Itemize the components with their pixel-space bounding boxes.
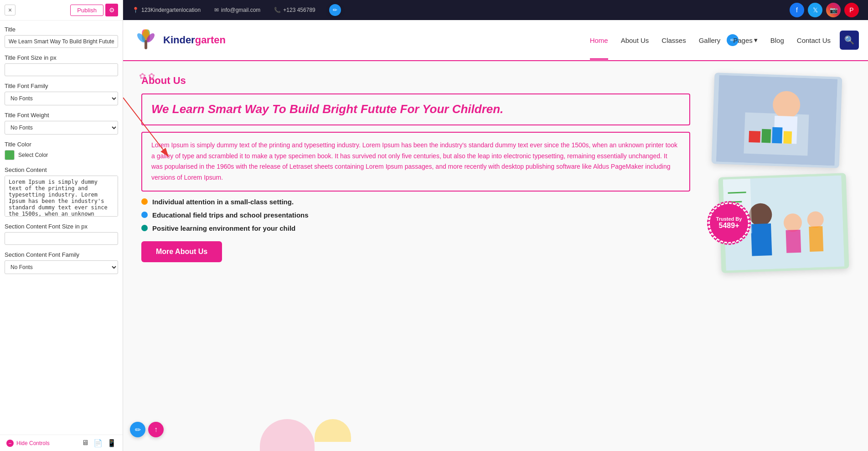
section-label: About Us [141,75,690,87]
content-box: Lorem Ipsum is simply dummy text of the … [141,132,690,192]
svg-rect-5 [145,40,147,49]
nav-home[interactable]: Home [590,36,608,44]
about-title: We Learn Smart Way To Build Bright Futut… [151,102,680,117]
mobile-icon[interactable]: 📱 [107,439,116,447]
section-content-font-size-input[interactable] [5,232,118,245]
facebook-icon[interactable]: f [790,3,804,17]
section-content-font-size-label: Section Content Font Size in px [5,223,118,230]
phone-item: 📞 +123 456789 [274,7,315,13]
title-font-family-label: Title Font Family [5,83,118,89]
section-content-font-size-group: Section Content Font Size in px [5,223,118,245]
hide-controls-label: Hide Controls [16,440,50,446]
hide-controls-button[interactable]: – Hide Controls [6,440,50,447]
title-font-weight-select[interactable]: No Fonts [5,121,118,135]
bullet-dot-orange [141,198,148,205]
email-text: info@gmail.com [221,7,260,13]
nav-classes[interactable]: Classes [661,36,686,44]
title-font-size-group: Title Font Size in px [5,54,118,76]
title-color-label: Title Color [5,141,118,148]
chevron-down-icon: ▾ [754,36,758,44]
logo-icon [132,26,160,54]
svg-rect-17 [751,223,772,256]
svg-line-24 [728,202,742,202]
svg-rect-10 [749,131,760,143]
nav-contact-us[interactable]: Contact Us [797,36,831,44]
svg-rect-12 [772,127,782,144]
publish-button[interactable]: Publish [70,5,103,16]
title-font-weight-group: Title Font Weight No Fonts [5,112,118,135]
color-swatch[interactable] [5,150,15,160]
hide-controls-icon: – [6,440,14,447]
svg-rect-19 [786,230,801,253]
title-input[interactable] [5,35,118,48]
trusted-badge: Trusted By 5489+ [708,202,749,244]
bullet-dot-blue [141,212,148,218]
title-font-family-select[interactable]: No Fonts [5,92,118,105]
instagram-icon[interactable]: 📷 [826,3,841,17]
panel-body: Title Title Font Size in px Title Font F… [0,21,123,313]
nav-about-us[interactable]: About Us [621,36,649,44]
email-item: ✉ info@gmail.com [214,7,260,13]
select-color-label[interactable]: Select Color [18,152,48,158]
svg-rect-11 [761,129,771,143]
more-about-us-button[interactable]: More About Us [141,241,222,262]
close-button[interactable]: × [5,5,16,16]
logo-area: Kindergarten [132,26,226,54]
section-content-group: Section Content Lorem Ipsum is simply du… [5,166,118,217]
edit-phone-button[interactable]: ✏ [329,4,341,16]
title-label: Title [5,26,118,33]
phone-text: +123 456789 [283,7,315,13]
desktop-icon[interactable]: 🖥 [82,439,89,447]
list-item: Educational field trips and school prese… [141,211,690,219]
title-font-weight-label: Title Font Weight [5,112,118,119]
nav-links: Home About Us Classes Gallery ✏ Pages ▾ … [590,36,831,44]
deco-pink [260,419,315,451]
float-edit-2-button[interactable]: ↑ [148,422,164,437]
trusted-count: 5489+ [719,222,739,230]
tablet-icon[interactable]: 📄 [93,439,103,447]
deco-yellow [315,419,351,442]
title-field-group: Title [5,26,118,48]
child-image [712,73,842,168]
about-left: ✿ ✿ About Us We Learn Smart Way To Build… [141,75,690,262]
bullet-text-1: Individual attention in a small-class se… [152,198,294,206]
nav-pages[interactable]: Pages ▾ [733,36,758,44]
panel-footer: – Hide Controls 🖥 📄 📱 [0,435,123,451]
bullet-text-3: Positive learning environment for your c… [152,224,295,232]
about-section: ✿ ✿ About Us We Learn Smart Way To Build… [141,75,850,271]
svg-rect-21 [809,226,823,252]
pinterest-icon[interactable]: P [844,3,859,17]
bottom-decoration [260,419,351,451]
logo-garten: garten [195,34,226,46]
title-font-size-label: Title Font Size in px [5,54,118,61]
section-content-textarea[interactable]: Lorem Ipsum is simply dummy text of the … [5,176,118,217]
title-box: We Learn Smart Way To Build Bright Futut… [141,93,690,125]
left-panel: × Publish ⚙ Title Title Font Size in px … [0,0,123,451]
device-icons: 🖥 📄 📱 [82,439,116,447]
location-icon: 📍 [132,7,139,13]
section-content-font-family-select[interactable]: No Fonts [5,260,118,274]
top-bar: 📍 123Kindergartenlocation ✉ info@gmail.c… [123,0,868,20]
about-right: Trusted By 5489+ [704,75,850,271]
bullet-list: Individual attention in a small-class se… [141,198,690,232]
twitter-icon[interactable]: 𝕏 [808,3,822,17]
color-row: Select Color [5,150,118,160]
logo-text: Kindergarten [163,34,226,46]
nav-bar: Kindergarten Home About Us Classes Galle… [123,20,868,61]
title-font-size-input[interactable] [5,63,118,76]
main-content: ✿ ✿ About Us We Learn Smart Way To Build… [123,61,868,451]
gear-button[interactable]: ⚙ [105,4,118,16]
float-edit-1-button[interactable]: ✏ [130,422,145,437]
nav-blog[interactable]: Blog [770,36,784,44]
section-content-font-family-group: Section Content Font Family No Fonts [5,251,118,274]
search-nav-button[interactable]: 🔍 [840,31,859,50]
svg-rect-13 [783,131,792,144]
nav-gallery[interactable]: Gallery ✏ [699,36,721,44]
location-item: 📍 123Kindergartenlocation [132,7,201,13]
about-content-text: Lorem Ipsum is simply dummy text of the … [151,140,680,183]
svg-line-23 [728,192,746,193]
bullet-dot-teal [141,225,148,231]
section-content-label: Section Content [5,166,118,173]
social-icons: f 𝕏 📷 P [790,3,859,17]
trusted-label: Trusted By [716,216,742,222]
